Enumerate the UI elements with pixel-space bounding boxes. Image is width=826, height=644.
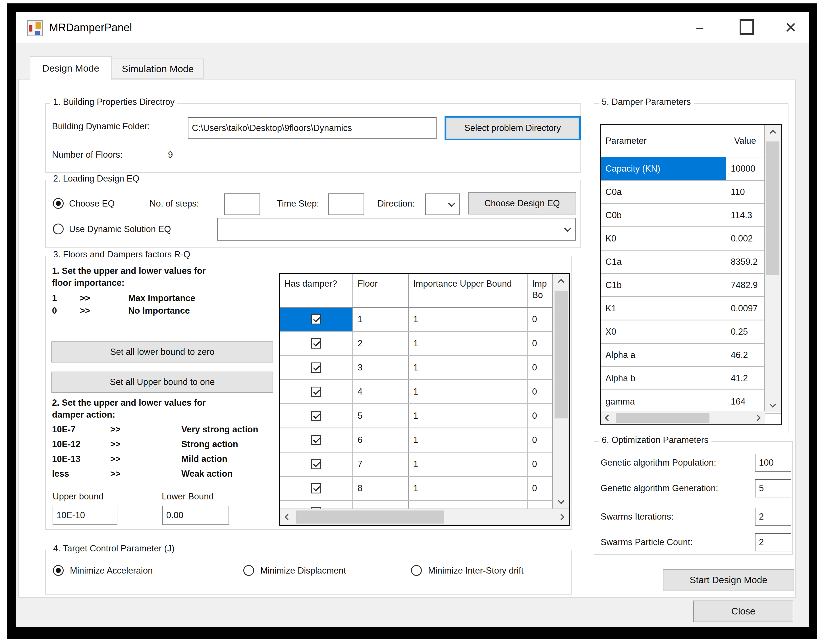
parameter-row[interactable]: Alpha a46.2: [601, 344, 781, 367]
parameter-row[interactable]: X00.25: [601, 320, 781, 344]
parameter-row[interactable]: C1a8359.2: [601, 251, 781, 274]
importance-upper-cell[interactable]: 1: [409, 308, 528, 331]
optimization-field-input-3[interactable]: 2: [755, 508, 791, 526]
parameter-name-cell[interactable]: K0: [601, 227, 726, 250]
maximize-button[interactable]: [731, 12, 762, 43]
table-row[interactable]: 310: [280, 356, 569, 380]
use-dynamic-solution-eq-radio[interactable]: [53, 224, 64, 234]
scrollbar-thumb[interactable]: [554, 291, 568, 418]
target-option-radio-3[interactable]: [411, 565, 422, 576]
checkbox-checked-icon[interactable]: [311, 411, 321, 421]
scrollbar-thumb[interactable]: [766, 141, 779, 275]
minimize-button[interactable]: –: [684, 12, 716, 43]
optimization-field-input-2[interactable]: 5: [755, 479, 791, 497]
upper-bound-input[interactable]: 10E-10: [53, 506, 117, 525]
target-option-radio-1[interactable]: [53, 565, 64, 576]
parameter-name-cell[interactable]: Alpha b: [601, 367, 726, 390]
importance-upper-cell[interactable]: 1: [409, 380, 528, 403]
checkbox-checked-icon[interactable]: [311, 483, 321, 494]
parameter-name-cell[interactable]: C1b: [601, 274, 726, 296]
parameter-row[interactable]: C0a110: [601, 181, 781, 204]
has-damper-cell[interactable]: [280, 356, 353, 379]
lower-bound-input[interactable]: 0.00: [162, 506, 229, 525]
checkbox-checked-icon[interactable]: [311, 338, 321, 348]
optimization-field-input-4[interactable]: 2: [755, 533, 791, 551]
has-damper-cell[interactable]: [280, 308, 353, 331]
has-damper-cell[interactable]: [280, 404, 353, 427]
damper-parameters-table[interactable]: Parameter Value Capacity (KN)10000C0a110…: [600, 124, 782, 425]
scrollbar-thumb[interactable]: [296, 511, 444, 523]
no-of-steps-input[interactable]: [224, 194, 260, 215]
floor-cell[interactable]: 4: [353, 380, 409, 403]
parameter-value-cell[interactable]: 164: [726, 390, 764, 413]
parameter-name-cell[interactable]: Alpha a: [601, 344, 726, 366]
building-dynamic-folder-input[interactable]: C:\Users\taiko\Desktop\9floors\Dynamics: [188, 117, 436, 139]
checkbox-checked-icon[interactable]: [311, 387, 321, 397]
parameter-name-cell[interactable]: gamma: [601, 390, 726, 413]
parameter-row[interactable]: K10.0097: [601, 297, 781, 320]
parameter-value-cell[interactable]: 41.2: [726, 367, 764, 390]
has-damper-cell[interactable]: [280, 380, 353, 403]
choose-eq-radio[interactable]: [53, 198, 64, 209]
parameter-value-cell[interactable]: 0.25: [726, 320, 764, 343]
importance-lower-cell[interactable]: 0: [528, 380, 553, 403]
grid-column-header-3[interactable]: Importance Upper Bound: [409, 274, 528, 307]
floor-cell[interactable]: 5: [353, 404, 409, 427]
checkbox-checked-icon[interactable]: [311, 435, 321, 445]
parameter-name-cell[interactable]: C1a: [601, 251, 726, 273]
importance-upper-cell[interactable]: 1: [409, 356, 528, 379]
floor-cell[interactable]: 2: [353, 332, 409, 355]
table-row[interactable]: 210: [280, 332, 569, 356]
parameter-name-cell[interactable]: X0: [601, 320, 726, 343]
importance-lower-cell[interactable]: 0: [528, 428, 553, 452]
parameter-value-cell[interactable]: 114.3: [726, 204, 764, 226]
parameter-name-cell[interactable]: C0a: [601, 181, 726, 203]
importance-lower-cell[interactable]: 0: [528, 356, 553, 379]
table-row[interactable]: 610: [280, 428, 569, 452]
parameter-value-cell[interactable]: 110: [726, 181, 764, 203]
parameter-value-cell[interactable]: 10000: [726, 157, 764, 180]
grid-column-header-1[interactable]: Has damper?: [280, 274, 353, 307]
floor-cell[interactable]: 6: [353, 428, 409, 452]
importance-upper-cell[interactable]: 1: [409, 332, 528, 355]
floors-grid-horizontal-scrollbar[interactable]: [280, 508, 569, 525]
select-problem-directory-button[interactable]: Select problem Directory: [444, 116, 581, 140]
importance-lower-cell[interactable]: 0: [528, 332, 553, 355]
parameter-value-cell[interactable]: 8359.2: [726, 251, 764, 273]
importance-upper-cell[interactable]: 1: [409, 452, 528, 476]
start-design-mode-button[interactable]: Start Design Mode: [663, 569, 794, 591]
set-all-lower-bound-zero-button[interactable]: Set all lower bound to zero: [51, 341, 273, 362]
parameter-row[interactable]: gamma164: [601, 390, 781, 413]
parameter-value-cell[interactable]: 7482.9: [726, 274, 764, 296]
direction-dropdown[interactable]: [425, 194, 460, 215]
floors-grid-vertical-scrollbar[interactable]: [552, 274, 569, 509]
close-window-button[interactable]: ✕: [775, 12, 806, 43]
parameter-row[interactable]: C1b7482.9: [601, 274, 781, 297]
parameter-name-cell[interactable]: Capacity (KN): [601, 157, 726, 180]
importance-lower-cell[interactable]: 0: [528, 477, 553, 500]
close-button[interactable]: Close: [693, 601, 793, 622]
floor-cell[interactable]: 8: [353, 477, 409, 500]
parameter-value-cell[interactable]: 46.2: [726, 344, 764, 366]
target-option-radio-2[interactable]: [243, 565, 254, 576]
parameter-row[interactable]: C0b114.3: [601, 204, 781, 227]
checkbox-checked-icon[interactable]: [311, 362, 321, 373]
has-damper-cell[interactable]: [280, 428, 353, 452]
has-damper-cell[interactable]: [280, 452, 353, 476]
parameter-value-cell[interactable]: 0.0097: [726, 297, 764, 320]
parameter-row[interactable]: Alpha b41.2: [601, 367, 781, 390]
importance-lower-cell[interactable]: 0: [528, 404, 553, 427]
table-row[interactable]: 710: [280, 452, 569, 477]
floor-cell[interactable]: 1: [353, 308, 409, 331]
set-all-upper-bound-one-button[interactable]: Set all Upper bound to one: [51, 372, 273, 393]
parameter-row[interactable]: K00.002: [601, 227, 781, 251]
damper-table-vertical-scrollbar[interactable]: [764, 125, 781, 412]
parameter-name-cell[interactable]: C0b: [601, 204, 726, 226]
floors-grid[interactable]: Has damper?FloorImportance Upper BoundIm…: [279, 273, 570, 526]
table-row[interactable]: 810: [280, 477, 569, 501]
floor-cell[interactable]: 3: [353, 356, 409, 379]
damper-table-horizontal-scrollbar[interactable]: [601, 411, 765, 424]
table-row[interactable]: 110: [280, 308, 569, 332]
choose-design-eq-button[interactable]: Choose Design EQ: [468, 192, 576, 214]
importance-upper-cell[interactable]: 1: [409, 477, 528, 500]
